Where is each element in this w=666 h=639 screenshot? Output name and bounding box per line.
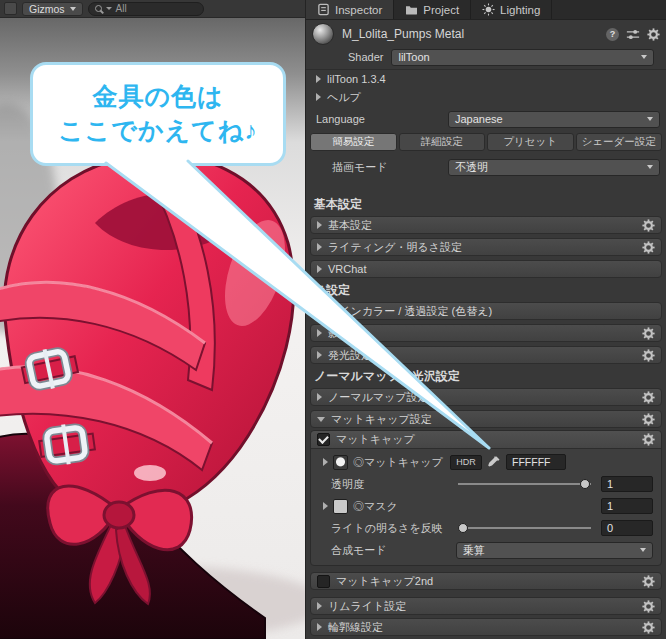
gear-icon[interactable] [642,433,655,446]
matcap-light-row: ライトの明るさを反映 0 [311,519,661,537]
gear-icon[interactable] [647,28,660,41]
presets-icon[interactable] [626,28,640,41]
scene-tool-button[interactable] [4,2,17,15]
search-value: All [116,3,127,14]
section-bar-outline[interactable]: 輪郭線設定 [310,618,662,636]
chevron-down-icon [70,7,76,11]
matcap-enable-label: マットキャップ [336,432,415,447]
shader-label: Shader [348,51,383,63]
search-icon [95,5,102,12]
section-bar-rim[interactable]: リムライト設定 [310,597,662,615]
section-bar-emission[interactable]: 発光設定 [310,346,662,364]
matcap-settings-box: マットキャップ ◎マットキャップ HDR FFFFFF 透明度 1 [310,430,662,566]
mask-texture-thumbnail[interactable] [333,499,348,514]
foldout-arrow-icon [317,393,322,401]
foldout-arrow-icon [316,93,321,101]
help-label: ヘルプ [327,90,361,105]
slider-handle[interactable] [580,479,590,489]
foldout-version[interactable]: lilToon 1.3.4 [306,70,666,88]
group-header-basic: 基本設定 [306,197,666,212]
render-mode-value: 不透明 [455,160,488,175]
scene-toolbar: Gizmos All [0,0,305,18]
app-root: Gizmos All Inspector Project Lighting [0,0,666,639]
eyedropper-icon[interactable] [487,455,501,469]
matcap2nd-checkbox[interactable] [317,575,330,588]
chevron-down-icon [640,548,646,552]
foldout-arrow-icon [316,75,321,83]
language-label: Language [316,113,448,125]
tab-lighting[interactable]: Lighting [471,0,552,19]
foldout-arrow-icon [317,243,322,251]
material-header: M_Lolita_Pumps Metal ? Shader lilToon [306,20,666,70]
tab-project-label: Project [423,4,459,16]
language-dropdown[interactable]: Japanese [448,111,660,128]
tab-inspector-label: Inspector [335,4,382,16]
foldout-arrow-icon [317,351,322,359]
light-strength-value-field[interactable]: 0 [601,520,653,536]
tab-advanced-settings[interactable]: 詳細設定 [399,133,486,151]
section-bar-basic[interactable]: 基本設定 [310,216,662,234]
gizmos-dropdown[interactable]: Gizmos [22,2,83,16]
window-tabbar: Inspector Project Lighting [306,0,666,20]
opacity-value-field[interactable]: 1 [601,476,653,492]
gear-icon[interactable] [642,413,655,426]
mode-tabs: 簡易設定 詳細設定 プリセット シェーダー設定 [306,133,666,151]
tab-shader-settings[interactable]: シェーダー設定 [576,133,663,151]
gear-icon[interactable] [642,349,655,362]
version-label: lilToon 1.3.4 [327,73,386,85]
material-name: M_Lolita_Pumps Metal [342,27,464,41]
shader-dropdown[interactable]: lilToon [391,49,654,66]
gear-icon[interactable] [642,241,655,254]
matcap-opacity-row: 透明度 1 [311,475,661,493]
matcap-texture-row: ◎マットキャップ HDR FFFFFF [311,453,661,471]
foldout-arrow-icon [317,623,322,631]
section-bar-shadow[interactable]: 影設定 [310,324,662,342]
section-bar-main-color[interactable]: メインカラー / 透過設定 (色替え) [310,302,662,320]
bubble-text-line1: 金具の色は [92,80,223,114]
foldout-arrow-icon[interactable] [323,458,328,466]
tab-inspector[interactable]: Inspector [306,0,394,19]
gear-icon[interactable] [642,621,655,634]
gear-icon[interactable] [642,391,655,404]
mask-value-field[interactable]: 1 [601,498,653,514]
render-mode-label: 描画モード [332,160,448,175]
material-preview-sphere [312,23,334,45]
chevron-down-icon [647,117,653,121]
light-strength-slider[interactable] [456,520,593,536]
section-bar-normal-map[interactable]: ノーマルマップ設定 [310,388,662,406]
matcap-enable-bar[interactable]: マットキャップ [311,431,661,449]
gear-icon[interactable] [642,327,655,340]
section-bar-matcap2nd[interactable]: マットキャップ2nd [310,572,662,590]
matcap-texture-label: ◎マットキャップ [353,455,445,470]
matcap-enable-checkbox[interactable] [317,433,330,446]
foldout-help[interactable]: ヘルプ [306,88,666,106]
language-value: Japanese [455,113,503,125]
render-mode-dropdown[interactable]: 不透明 [448,159,660,176]
blend-mode-dropdown[interactable]: 乗算 [456,542,653,559]
language-row: Language Japanese [306,110,666,128]
tab-presets[interactable]: プリセット [487,133,574,151]
matcap-mask-row: ◎マスク 1 [311,497,661,515]
foldout-arrow-icon[interactable] [323,502,328,510]
blend-mode-value: 乗算 [463,543,485,558]
tab-simple-settings[interactable]: 簡易設定 [310,133,397,151]
inspector-icon [317,3,330,16]
slider-handle[interactable] [458,523,468,533]
matcap-color-hex-field[interactable]: FFFFFF [506,454,566,470]
folder-icon [405,4,418,15]
section-bar-matcap[interactable]: マットキャップ設定 [310,410,662,428]
blend-mode-label: 合成モード [331,543,456,558]
gear-icon[interactable] [642,219,655,232]
matcap-texture-thumbnail[interactable] [333,455,348,470]
tab-lighting-label: Lighting [500,4,540,16]
scene-search-input[interactable]: All [88,2,204,16]
section-bar-lighting[interactable]: ライティング・明るさ設定 [310,238,662,256]
group-header-normal: ノーマルマップ・光沢設定 [306,369,666,384]
help-icon[interactable]: ? [606,28,619,41]
tab-project[interactable]: Project [394,0,471,19]
gear-icon[interactable] [642,575,655,588]
section-bar-vrchat[interactable]: VRChat [310,260,662,278]
gear-icon[interactable] [642,600,655,613]
opacity-slider[interactable] [456,476,593,492]
foldout-arrow-icon [317,602,322,610]
